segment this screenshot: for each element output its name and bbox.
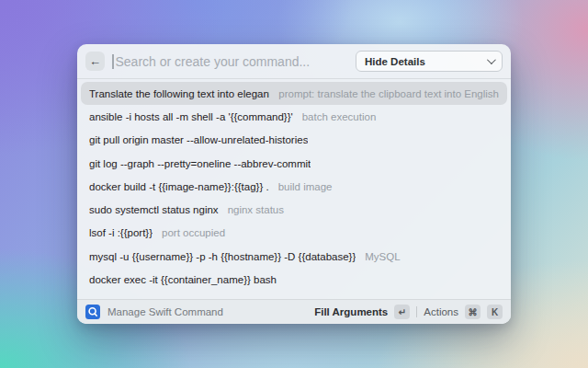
command-text: docker build -t {{image-name}}:{{tag}} . [89,181,269,192]
command-subtitle: batch execution [302,111,377,122]
command-palette-window: ← Search or create your command... Hide … [77,44,511,324]
command-subtitle: nginx status [228,204,284,215]
actions-button[interactable]: Actions [424,306,458,317]
list-item[interactable]: mysql -u {{username}} -p -h {{hostname}}… [81,245,507,268]
list-item[interactable]: Translate the following text into elegan… [81,82,507,105]
divider [416,306,417,317]
text-caret [112,54,114,69]
command-text: lsof -i :{{port}} [89,227,153,238]
list-item[interactable]: docker exec -it {{container_name}} bash [81,268,507,291]
action-bar: Manage Swift Command Fill Arguments ↵ Ac… [77,299,511,324]
command-text: ansible -i hosts all -m shell -a '{{comm… [89,111,293,122]
command-text: git pull origin master --allow-unrelated… [89,134,308,145]
k-key-icon: K [487,305,503,319]
command-subtitle: port occupied [162,227,225,238]
command-key-icon: ⌘ [465,305,481,319]
swift-command-app-icon [85,305,100,319]
command-text: docker exec -it {{container_name}} bash [89,274,277,285]
search-input[interactable]: Search or create your command... [116,54,349,69]
list-item[interactable]: sudo systemctl status nginx nginx status [81,198,507,221]
list-item[interactable]: ansible -i hosts all -m shell -a '{{comm… [81,105,507,128]
command-subtitle: build image [278,181,333,192]
command-text: Translate the following text into elegan… [89,88,269,99]
details-dropdown-value: Hide Details [365,56,425,67]
arrow-left-icon: ← [89,55,101,67]
list-item[interactable]: git pull origin master --allow-unrelated… [81,129,507,152]
command-text: mysql -u {{username}} -p -h {{hostname}}… [89,251,356,262]
list-item[interactable]: git log --graph --pretty=oneline --abbre… [81,152,507,175]
command-list: Translate the following text into elegan… [77,79,511,299]
chevron-down-icon [487,55,496,64]
list-item[interactable]: docker build -t {{image-name}}:{{tag}} .… [81,175,507,198]
command-subtitle: prompt: translate the clipboard text int… [269,88,499,99]
command-subtitle: MySQL [365,251,400,262]
back-button[interactable]: ← [85,52,105,71]
search-bar: ← Search or create your command... Hide … [77,44,511,79]
footer-actions: Fill Arguments ↵ Actions ⌘ K [314,305,503,319]
fill-arguments-button[interactable]: Fill Arguments [314,306,388,317]
command-text: sudo systemctl status nginx [89,204,219,215]
app-label: Manage Swift Command [107,306,223,317]
command-text: git log --graph --pretty=oneline --abbre… [89,158,311,169]
list-item[interactable]: lsof -i :{{port}} port occupied [81,222,507,245]
details-dropdown[interactable]: Hide Details [356,51,503,72]
return-key-icon: ↵ [394,305,410,319]
